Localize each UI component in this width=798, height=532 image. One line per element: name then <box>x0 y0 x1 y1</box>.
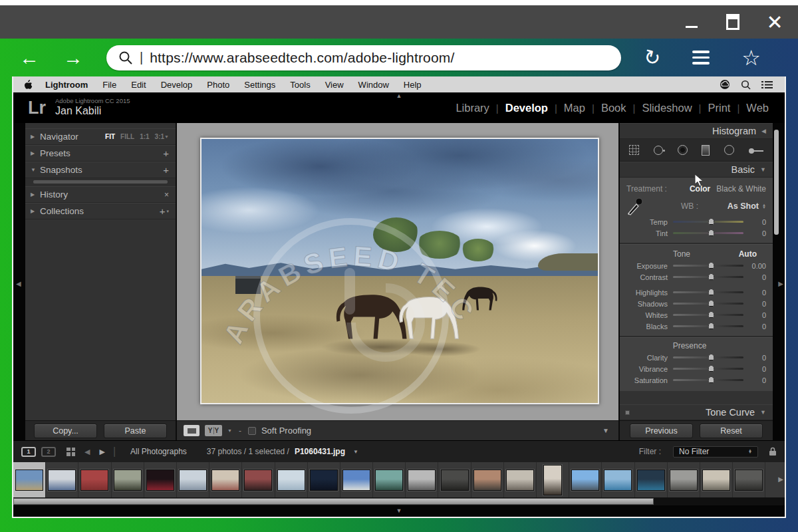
histogram-panel-header[interactable]: Histogram ◀ <box>620 123 773 139</box>
slider-thumb[interactable] <box>708 289 714 295</box>
thumbnail-image[interactable] <box>670 469 698 491</box>
thumbnail-image[interactable] <box>80 469 108 491</box>
horses-photo[interactable] <box>200 138 599 404</box>
expand-arrow-icon[interactable]: ▶ <box>31 192 40 198</box>
right-panel-edge[interactable]: ▶ <box>773 123 785 440</box>
filmstrip-source[interactable]: All Photographs <box>130 447 187 456</box>
zoom-option-fill[interactable]: FILL <box>120 133 134 140</box>
thumbnail-image[interactable] <box>15 469 43 491</box>
slider-exposure[interactable]: Exposure0.00 <box>626 260 766 271</box>
reset-button[interactable]: Reset <box>700 424 763 438</box>
view-dropdown-icon[interactable]: ▼ <box>227 428 232 433</box>
slider-vibrance[interactable]: Vibrance0 <box>626 363 766 374</box>
collapse-left-icon[interactable]: ◀ <box>16 280 21 287</box>
slider-track[interactable] <box>673 232 743 234</box>
thumbnail-image[interactable] <box>114 469 142 491</box>
url-text[interactable]: https://www.arabseedtech.com/adobe-light… <box>150 50 454 66</box>
spot-removal-icon[interactable] <box>654 146 663 155</box>
filmstrip-thumb-9[interactable] <box>275 462 308 497</box>
slider-thumb[interactable] <box>708 323 714 329</box>
treatment-bw-option[interactable]: Black & White <box>716 184 766 194</box>
module-tab-map[interactable]: Map <box>557 102 592 114</box>
paste-button[interactable]: Paste <box>104 424 167 438</box>
module-tab-slideshow[interactable]: Slideshow <box>635 102 698 114</box>
wb-value-dropdown[interactable]: As Shot▲▼ <box>728 201 766 211</box>
presets-action-icon[interactable]: + <box>163 148 169 159</box>
loupe-view-icon[interactable] <box>184 425 200 436</box>
slider-track[interactable] <box>673 303 743 305</box>
filmstrip-thumb-6[interactable] <box>177 462 209 497</box>
expand-arrow-icon[interactable]: ▶ <box>31 150 40 156</box>
thumbnail-image[interactable] <box>310 469 338 491</box>
presets-panel-header[interactable]: ▶Presets+ <box>25 145 176 162</box>
slider-whites[interactable]: Whites0 <box>626 309 766 321</box>
module-tab-library[interactable]: Library <box>449 102 495 114</box>
notification-list-icon[interactable] <box>761 80 773 89</box>
main-window-icon[interactable]: 1 <box>21 447 36 457</box>
thumbnail-image[interactable] <box>48 469 76 491</box>
filmstrip-thumb-7[interactable] <box>209 462 242 497</box>
slider-highlights[interactable]: Highlights0 <box>626 287 766 298</box>
graduated-filter-icon[interactable] <box>702 145 710 156</box>
toolbar-options-icon[interactable]: ▼ <box>602 427 609 434</box>
thumbnail-image[interactable] <box>571 469 599 491</box>
filmstrip-thumb-11[interactable] <box>340 462 373 497</box>
grid-view-icon[interactable] <box>66 448 75 456</box>
filmstrip-thumb-23[interactable] <box>733 462 765 497</box>
filmstrip-thumb-14[interactable] <box>438 462 471 497</box>
minimize-button[interactable] <box>684 13 700 31</box>
module-tab-develop[interactable]: Develop <box>499 102 555 114</box>
second-window-icon[interactable]: 2 <box>41 447 56 457</box>
thumbnail-image[interactable] <box>543 465 562 495</box>
filmstrip-thumb-16[interactable] <box>504 462 537 497</box>
slider-thumb[interactable] <box>708 311 714 318</box>
slider-track[interactable] <box>673 379 743 381</box>
filmstrip-thumb-1[interactable] <box>13 462 46 497</box>
auto-button[interactable]: Auto <box>739 249 757 259</box>
filmstrip-thumb-10[interactable] <box>308 462 340 497</box>
snapshots-panel-header[interactable]: ▼Snapshots+ <box>25 162 176 178</box>
thumbnail-image[interactable] <box>179 469 207 491</box>
right-panel-scrollbar[interactable] <box>774 130 779 235</box>
thumbnail-image[interactable] <box>506 469 534 491</box>
filmstrip-filename[interactable]: P1060431.jpg <box>295 447 345 456</box>
thumbnail-image[interactable] <box>735 469 763 491</box>
slider-track[interactable] <box>673 368 743 370</box>
thumbnail-image[interactable] <box>375 469 403 491</box>
history-panel-header[interactable]: ▶History× <box>25 186 176 203</box>
filmstrip-thumb-5[interactable] <box>144 462 177 497</box>
slider-track[interactable] <box>673 314 743 316</box>
slider-thumb[interactable] <box>708 229 714 236</box>
thumbnail-image[interactable] <box>146 469 174 491</box>
back-button[interactable]: ← <box>15 48 44 68</box>
slider-track[interactable] <box>673 291 743 293</box>
thumbnail-image[interactable] <box>637 469 665 491</box>
filmstrip-thumb-2[interactable] <box>46 462 78 497</box>
apple-icon[interactable] <box>24 80 33 90</box>
menu-tools[interactable]: Tools <box>283 80 317 90</box>
menu-settings[interactable]: Settings <box>237 80 283 90</box>
panel-toggle-icon[interactable] <box>625 410 630 415</box>
menu-view[interactable]: View <box>318 80 351 90</box>
filmstrip-thumb-17[interactable] <box>537 462 569 497</box>
slider-thumb[interactable] <box>708 218 714 225</box>
slider-temp[interactable]: Temp0 <box>626 216 766 227</box>
filmstrip-thumb-15[interactable] <box>471 462 504 497</box>
thumbnail-image[interactable] <box>277 469 305 491</box>
slider-track[interactable] <box>673 265 743 267</box>
thumbnail-image[interactable] <box>441 469 469 491</box>
collapse-basic-icon[interactable]: ▼ <box>760 166 766 173</box>
filmstrip-thumb-20[interactable] <box>635 462 668 497</box>
adjustment-brush-icon[interactable] <box>749 147 763 154</box>
filmstrip-thumb-4[interactable] <box>112 462 144 497</box>
menu-edit[interactable]: Edit <box>124 80 153 90</box>
thumbnail-image[interactable] <box>473 469 501 491</box>
collapse-bottom-icon[interactable]: ▼ <box>396 508 402 514</box>
slider-thumb[interactable] <box>708 262 714 269</box>
soft-proofing-checkbox[interactable] <box>248 427 256 435</box>
slider-blacks[interactable]: Blacks0 <box>626 321 766 332</box>
expand-tone-curve-icon[interactable]: ▼ <box>760 409 766 416</box>
previous-button[interactable]: Previous <box>630 424 693 438</box>
module-tab-web[interactable]: Web <box>739 102 775 114</box>
crop-tool-icon[interactable] <box>629 145 639 155</box>
